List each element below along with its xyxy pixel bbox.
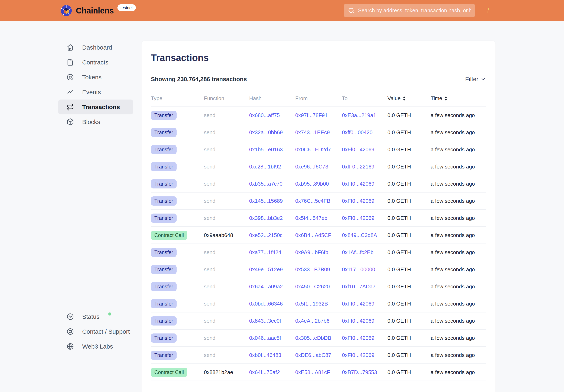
from-address-link[interactable]: 0x450...C2620 (295, 283, 342, 290)
to-address-link[interactable]: 0xf10...7ADa7 (342, 283, 387, 290)
type-badge: Transfer (151, 145, 177, 154)
from-address-link[interactable]: 0x0C6...FD2d7 (295, 146, 342, 153)
to-address-link[interactable]: 0xFf0...42069 (342, 352, 387, 358)
hash-link[interactable]: 0x398...bb3e2 (249, 215, 295, 221)
hash-link[interactable]: 0x64f...75af2 (249, 369, 295, 376)
hash-link[interactable]: 0x0bd...66346 (249, 301, 295, 307)
time-cell: a few seconds ago (431, 232, 486, 238)
column-header-function: Function (204, 95, 249, 102)
transaction-row: Transfer send 0x843...3ec0f 0x4eA...2b7b… (151, 312, 486, 330)
transaction-row: Contract Call 0x9aaab648 0xe52...2150c 0… (151, 227, 486, 244)
from-address-link[interactable]: 0x76C...5c4FB (295, 198, 342, 204)
sidebar-item-events[interactable]: Events (58, 85, 133, 99)
from-address-link[interactable]: 0x4eA...2b7b6 (295, 318, 342, 324)
from-address-link[interactable]: 0x9A9...bF6fb (295, 249, 342, 255)
function-cell: send (204, 112, 249, 118)
column-label: Time (431, 95, 442, 102)
to-address-link[interactable]: 0xff0...00420 (342, 129, 387, 136)
time-cell: a few seconds ago (431, 301, 486, 307)
function-cell: send (204, 352, 249, 358)
sidebar-item-contact-support[interactable]: Contact / Support (58, 324, 133, 339)
hash-link[interactable]: 0x49e...512e9 (249, 266, 295, 273)
to-address-link[interactable]: 0x117...00000 (342, 266, 387, 273)
from-address-link[interactable]: 0x6B4...Ad5CF (295, 232, 342, 238)
hash-link[interactable]: 0x680...aff75 (249, 112, 295, 118)
time-cell: a few seconds ago (431, 369, 486, 376)
time-cell: a few seconds ago (431, 318, 486, 324)
to-address-link[interactable]: 0xFf0...42069 (342, 301, 387, 307)
hash-link[interactable]: 0x046...aac5f (249, 335, 295, 341)
function-cell: send (204, 198, 249, 204)
from-address-link[interactable]: 0x5f1...1932B (295, 301, 342, 307)
sidebar-item-web3-labs[interactable]: Web3 Labs (58, 339, 133, 354)
from-address-link[interactable]: 0x305...eDbDB (295, 335, 342, 341)
column-header-time[interactable]: Time (431, 95, 486, 102)
type-cell: Transfer (151, 350, 204, 360)
type-cell: Transfer (151, 265, 204, 274)
value-cell: 0.0 GETH (387, 164, 431, 170)
function-cell: 0x9aaab648 (204, 232, 249, 238)
type-badge: Transfer (151, 179, 177, 188)
search-input[interactable] (358, 7, 471, 14)
to-address-link[interactable]: 0x849...C3d8A (342, 232, 387, 238)
hash-link[interactable]: 0x843...3ec0f (249, 318, 295, 324)
hash-link[interactable]: 0x1b5...e0163 (249, 146, 295, 153)
sidebar-item-label: Web3 Labs (82, 343, 113, 350)
column-header-to: To (342, 95, 387, 102)
to-address-link[interactable]: 0xB7D...79553 (342, 369, 387, 376)
sidebar-item-tokens[interactable]: Tokens (58, 70, 133, 85)
transactions-panel: Transactions Showing 230,764,286 transac… (141, 41, 495, 392)
theme-toggle-button[interactable] (481, 5, 492, 16)
from-address-link[interactable]: 0x97f...78F91 (295, 112, 342, 118)
type-cell: Transfer (151, 299, 204, 308)
from-address-link[interactable]: 0xe96...f6C73 (295, 164, 342, 170)
hash-link[interactable]: 0x6a4...a09a2 (249, 283, 295, 290)
value-cell: 0.0 GETH (387, 283, 431, 290)
sidebar-item-transactions[interactable]: Transactions (58, 99, 133, 114)
time-cell: a few seconds ago (431, 283, 486, 290)
to-address-link[interactable]: 0xFf0...42069 (342, 181, 387, 187)
column-header-value[interactable]: Value (387, 95, 431, 102)
transaction-row: Transfer send 0xc28...1bf92 0xe96...f6C7… (151, 158, 486, 175)
sidebar-item-status[interactable]: Status (58, 309, 133, 324)
filter-button[interactable]: Filter (465, 76, 486, 83)
transactions-table: Transfer send 0x680...aff75 0x97f...78F9… (151, 106, 486, 381)
to-address-link[interactable]: 0xFf0...42069 (342, 318, 387, 324)
transaction-row: Transfer send 0x32a...0bb69 0x743...1EEc… (151, 124, 486, 141)
brand-home-link[interactable]: Chainlens testnet (60, 0, 136, 21)
from-address-link[interactable]: 0xb95...89b00 (295, 181, 342, 187)
hash-link[interactable]: 0x145...15689 (249, 198, 295, 204)
function-cell: send (204, 215, 249, 221)
to-address-link[interactable]: 0xE3a...219a1 (342, 112, 387, 118)
from-address-link[interactable]: 0xE58...A81cF (295, 369, 342, 376)
to-address-link[interactable]: 0x1Af...fc2Eb (342, 249, 387, 255)
from-address-link[interactable]: 0x743...1EEc9 (295, 129, 342, 136)
hash-link[interactable]: 0x32a...0bb69 (249, 129, 295, 136)
from-address-link[interactable]: 0x533...B7B09 (295, 266, 342, 273)
hash-link[interactable]: 0xb0f...46483 (249, 352, 295, 358)
hash-link[interactable]: 0xa77...1f424 (249, 249, 295, 255)
sidebar-item-blocks[interactable]: Blocks (58, 114, 133, 129)
hash-link[interactable]: 0xc28...1bf92 (249, 164, 295, 170)
to-address-link[interactable]: 0xFf0...42069 (342, 335, 387, 341)
type-badge: Transfer (151, 316, 177, 325)
sidebar-item-contracts[interactable]: Contracts (58, 55, 133, 70)
to-address-link[interactable]: 0xFf0...42069 (342, 215, 387, 221)
to-address-link[interactable]: 0xfF0...22169 (342, 164, 387, 170)
from-address-link[interactable]: 0xDE6...abC87 (295, 352, 342, 358)
hash-link[interactable]: 0xb35...a7c70 (249, 181, 295, 187)
value-cell: 0.0 GETH (387, 232, 431, 238)
hash-link[interactable]: 0xe52...2150c (249, 232, 295, 238)
type-cell: Transfer (151, 162, 204, 171)
from-address-link[interactable]: 0x5f4...547eb (295, 215, 342, 221)
to-address-link[interactable]: 0xFf0...42069 (342, 198, 387, 204)
type-badge: Contract Call (151, 368, 187, 377)
to-address-link[interactable]: 0xFf0...42069 (342, 146, 387, 153)
sidebar-item-label: Contact / Support (82, 328, 130, 335)
trending-icon (67, 88, 74, 96)
type-cell: Contract Call (151, 231, 204, 240)
sidebar-item-dashboard[interactable]: Dashboard (58, 40, 133, 55)
type-cell: Transfer (151, 213, 204, 223)
transaction-row: Transfer send 0x398...bb3e2 0x5f4...547e… (151, 210, 486, 227)
sidebar-item-label: Dashboard (82, 44, 112, 51)
